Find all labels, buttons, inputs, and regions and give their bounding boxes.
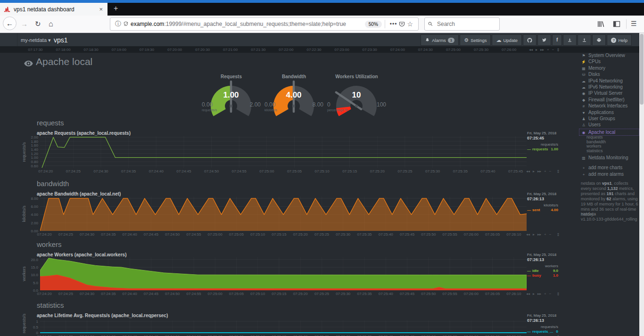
url-bar[interactable]: ⓘ example.com:19999/#menu_apache_local_s… — [110, 17, 419, 31]
sidebar-item-network-interfaces[interactable]: #Network Interfaces — [581, 103, 639, 108]
menu-icon[interactable]: ☰ — [631, 20, 637, 27]
pan-right-icon[interactable]: ▸▸ — [537, 232, 541, 237]
zoom-out-icon[interactable]: − — [552, 48, 554, 52]
facebook-button[interactable]: f — [552, 34, 562, 46]
sidebar-item-netdata-monitoring[interactable]: ▥Netdata Monitoring — [581, 155, 639, 160]
new-tab-button[interactable]: + — [114, 4, 118, 13]
zoom-out-icon[interactable]: − — [549, 232, 552, 237]
sidebar-item-user-groups[interactable]: ♟User Groups — [581, 116, 639, 121]
legend-item[interactable]: —busy1.0 — [527, 273, 558, 278]
zoom-out-icon[interactable]: − — [549, 292, 552, 296]
sidebar-item-add-more-alarms[interactable]: +add more alarms — [581, 172, 639, 177]
zoom-out-icon[interactable]: − — [549, 169, 552, 173]
download-button[interactable] — [563, 34, 577, 46]
sidebar-item-add-more-charts[interactable]: +add more charts — [581, 165, 639, 170]
resize-handle-icon[interactable]: ⇕ — [556, 169, 560, 174]
sidebar-item-ipv6-networking[interactable]: ☁IPv6 Networking — [581, 84, 639, 90]
pan-left-icon[interactable]: ◂◂ — [526, 232, 530, 237]
chart-section-statistics: statisticsapache Lifetime Avg. Requests/… — [19, 301, 585, 336]
pan-left-icon[interactable]: ◂◂ — [529, 48, 533, 52]
update-button[interactable]: ☁Update — [492, 34, 522, 46]
my-netdata-dropdown[interactable]: my-netdata ▾ — [21, 37, 51, 43]
sidebar-item-workers[interactable]: workers — [586, 144, 644, 148]
zoom-in-icon[interactable]: + — [547, 48, 549, 52]
zoom-in-icon[interactable]: + — [544, 232, 546, 237]
legend-item[interactable]: —requests1.00 — [527, 147, 558, 151]
gauge-requests[interactable]: Requests1.000.002.00requests/s — [200, 74, 263, 119]
sidebar-toggle-icon[interactable] — [613, 20, 620, 28]
sidebar-item-cpus[interactable]: ⚡CPUs — [581, 59, 639, 64]
sidebar-item-memory[interactable]: ▦Memory — [581, 66, 639, 71]
play-icon[interactable]: ▸ — [533, 292, 535, 296]
forward-button[interactable]: → — [21, 20, 28, 28]
alarms-button[interactable]: Alarms1 — [421, 34, 459, 46]
pan-right-icon[interactable]: ▸▸ — [540, 48, 544, 52]
navbar-corner — [0, 33, 17, 46]
search-input[interactable] — [436, 20, 490, 28]
reload-button[interactable]: ↻ — [35, 20, 41, 28]
scrollbar[interactable] — [639, 33, 644, 336]
pocket-icon[interactable] — [399, 21, 405, 27]
pan-left-icon[interactable]: ◂◂ — [526, 169, 530, 173]
resize-handle-icon[interactable]: ⇕ — [556, 232, 560, 237]
pan-left-icon[interactable]: ◂◂ — [526, 292, 530, 296]
upload-button[interactable] — [578, 34, 591, 46]
sidebar-item-users[interactable]: ♙Users — [581, 122, 639, 127]
timeline-tick-label: 07:24:30 — [418, 48, 433, 52]
sidebar-item-ip-virtual-server[interactable]: ◉IP Virtual Server — [581, 90, 639, 96]
sidebar-item-bandwidth[interactable]: bandwidth — [586, 139, 644, 144]
play-icon[interactable]: ▸ — [533, 169, 535, 173]
x-tick-label: 07:25:45 — [400, 292, 414, 296]
legend-item[interactable]: —requests_...0 — [527, 329, 558, 334]
help-button[interactable]: ?Help — [607, 34, 632, 46]
home-button[interactable]: ⌂ — [49, 20, 53, 28]
sidebar-item-system-overview[interactable]: ⚑System Overview — [581, 53, 639, 58]
y-tick-label: 1.00 — [21, 156, 38, 160]
sidebar-item-statistics[interactable]: statistics — [586, 148, 644, 153]
gauge-bandwidth[interactable]: Bandwidth4.000.008.00kilobits/s — [263, 74, 325, 119]
zoom-in-icon[interactable]: + — [544, 292, 546, 296]
github-button[interactable] — [523, 34, 537, 46]
sidebar-item-firewall-netfilter-[interactable]: ◆Firewall (netfilter) — [581, 97, 639, 102]
gauge-chart[interactable]: 1.00 — [200, 80, 263, 117]
sidebar-item-ipv4-networking[interactable]: ☁IPv4 Networking — [581, 78, 639, 83]
zoom-level-badge[interactable]: 50% — [365, 21, 382, 28]
back-button[interactable]: ← — [3, 16, 17, 30]
settings-button[interactable]: ⚙Settings — [460, 34, 491, 46]
chart-plot-requests[interactable] — [40, 136, 527, 168]
sidebar-item-requests[interactable]: requests — [586, 135, 644, 139]
chart-plot-statistics[interactable] — [40, 320, 527, 333]
play-icon[interactable]: ▸ — [533, 232, 535, 237]
global-timeline[interactable]: 07:17:3007:18:0007:18:3007:19:0007:19:30… — [0, 47, 639, 53]
legend-item[interactable]: —sent4.00 — [527, 208, 558, 212]
sidebar-item-applications[interactable]: ♥Applications — [581, 110, 639, 115]
search-bar[interactable] — [424, 17, 500, 31]
pan-right-icon[interactable]: ▸▸ — [537, 292, 541, 296]
permissions-icon[interactable] — [123, 21, 129, 27]
scrollbar-thumb[interactable] — [640, 34, 644, 105]
twitter-button[interactable] — [537, 34, 551, 46]
chart-plot-bandwidth[interactable] — [40, 197, 527, 231]
resize-handle-icon[interactable]: ⇕ — [556, 292, 560, 296]
chart-plot-workers[interactable] — [40, 257, 527, 290]
play-icon[interactable]: ▸ — [536, 48, 537, 52]
sidebar-item-label: requests — [586, 135, 603, 139]
zoom-in-icon[interactable]: + — [544, 169, 546, 173]
close-tab-icon[interactable]: × — [98, 6, 104, 13]
site-info-icon[interactable]: ⓘ — [115, 20, 121, 28]
gauge-chart[interactable]: 10 — [325, 80, 388, 117]
legend-item[interactable]: —idle9.0 — [527, 269, 558, 273]
download-icon — [567, 38, 572, 43]
gauge-chart[interactable]: 4.00 — [263, 80, 325, 117]
library-icon[interactable] — [597, 20, 604, 28]
gauge-units-label: kilobits/s — [264, 108, 277, 112]
x-tick-label: 07:24:50 — [165, 232, 180, 237]
page-actions-icon[interactable]: ••• — [390, 21, 397, 27]
pan-right-icon[interactable]: ▸▸ — [537, 169, 541, 173]
browser-tab[interactable]: vps1 netdata dashboard × — [0, 3, 107, 16]
resize-handle-icon[interactable]: ⇕ — [556, 48, 560, 52]
sidebar-item-disks[interactable]: ⛁Disks — [581, 72, 639, 77]
print-button[interactable] — [592, 34, 606, 46]
bookmark-star-icon[interactable]: ☆ — [407, 20, 413, 28]
gauge-workers-utilization[interactable]: Workers Utilization100100percentage % — [325, 74, 388, 119]
